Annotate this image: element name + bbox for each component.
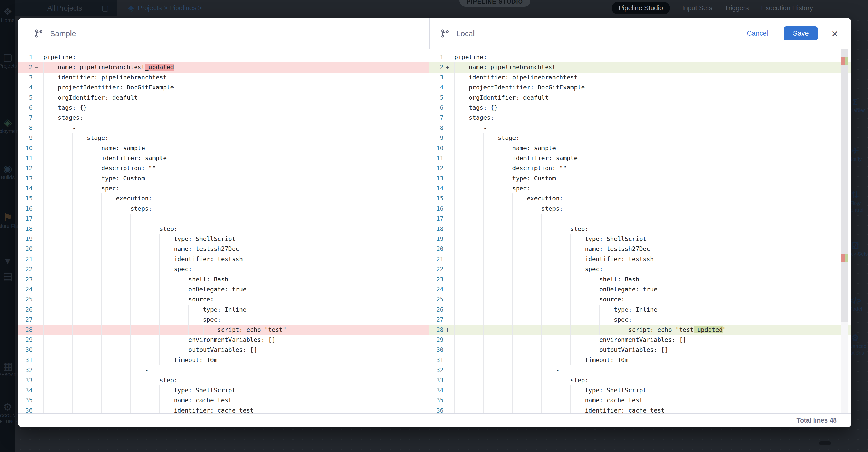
- line-content: step:: [40, 376, 429, 385]
- project-diamond-icon: ◈: [128, 4, 134, 12]
- code-line: 4projectIdentifier: DocGitExample: [429, 83, 851, 93]
- indent-guides: [43, 254, 174, 264]
- indent-guides: [43, 264, 174, 274]
- tab-execution-history[interactable]: Execution History: [761, 4, 813, 12]
- line-number: 11: [429, 153, 443, 163]
- indent-guides: [43, 244, 174, 254]
- code-line: 13type: Custom: [429, 173, 851, 184]
- code-line: 2+name: pipelinebranchtest: [429, 62, 851, 72]
- code-line: 31timeout: 10m: [429, 355, 851, 365]
- indent-guides: [43, 153, 101, 163]
- sidebar-item-dashboards[interactable]: ▦DASHBOARDS: [0, 360, 16, 378]
- line-number: 8: [18, 123, 33, 133]
- line-number: 23: [18, 275, 33, 284]
- sidebar-item-account[interactable]: ⚙ACCOUNT SETTINGS: [0, 401, 16, 425]
- indent-guides: [454, 214, 556, 224]
- line-number: 17: [18, 214, 33, 224]
- menu-grid-icon: ▤: [0, 270, 16, 282]
- line-number: 30: [18, 345, 33, 355]
- indent-guides: [454, 264, 585, 274]
- indent-guides: [43, 345, 188, 355]
- line-number: 4: [429, 83, 443, 93]
- line-content: source:: [451, 294, 851, 304]
- code-line: 17-: [429, 214, 851, 224]
- overview-ruler[interactable]: [841, 49, 848, 413]
- indent-guides: [454, 224, 570, 234]
- line-number: 9: [429, 133, 443, 143]
- tab-triggers[interactable]: Triggers: [725, 4, 749, 12]
- line-content: tags: {}: [40, 103, 429, 113]
- tab-pipeline-studio[interactable]: Pipeline Studio: [612, 2, 670, 14]
- indent-guides: [43, 224, 159, 234]
- diff-sign: [33, 173, 40, 184]
- line-content: execution:: [451, 193, 851, 203]
- code-line: 28−script: echo "test": [18, 325, 429, 335]
- sidebar-item-feature[interactable]: ⚑Feature Flags: [0, 212, 16, 229]
- line-number: 29: [18, 335, 33, 345]
- dashboards-icon: ▦: [0, 360, 16, 372]
- right-panel-header: Local Cancel Save ×: [429, 18, 851, 49]
- ruler-diff-marker: [841, 254, 848, 262]
- indent-guides: [43, 184, 101, 193]
- code-line: 34type: ShellScript: [18, 385, 429, 395]
- diff-sign: [443, 305, 451, 315]
- line-content: projectIdentifier: DocGitExample: [451, 83, 851, 93]
- indent-guides: [43, 83, 58, 93]
- breadcrumb[interactable]: ◈ Projects > Pipelines >: [128, 0, 202, 16]
- cancel-button[interactable]: Cancel: [745, 29, 770, 38]
- diff-sign: [443, 335, 451, 345]
- line-number: 31: [18, 355, 33, 365]
- line-content: shell: Bash: [40, 275, 429, 284]
- line-number: 27: [429, 315, 443, 325]
- line-number: 6: [18, 103, 33, 113]
- diff-sign: [443, 193, 451, 203]
- line-number: 2: [429, 62, 443, 72]
- diff-sign: −: [33, 62, 40, 72]
- line-number: 8: [429, 123, 443, 133]
- diff-sign: [33, 83, 40, 93]
- top-header-bar: All Projects ▢ ◈ Projects > Pipelines > …: [0, 0, 868, 16]
- save-button[interactable]: Save: [784, 26, 818, 40]
- code-line: 19type: ShellScript: [429, 234, 851, 244]
- line-content: spec:: [40, 264, 429, 274]
- code-line: 28+script: echo "test_updated": [429, 325, 851, 335]
- diff-sign: [443, 214, 451, 224]
- indent-guides: [43, 294, 188, 304]
- project-selector[interactable]: All Projects ▢: [16, 0, 117, 16]
- code-line: 35name: cache test: [429, 395, 851, 406]
- line-content: steps:: [40, 204, 429, 214]
- line-number: 18: [18, 224, 33, 234]
- line-number: 16: [18, 204, 33, 214]
- code-line: 13type: Custom: [18, 173, 429, 184]
- indent-guides: [454, 234, 585, 244]
- feature-flags-icon: ⚑: [0, 212, 16, 223]
- line-content: -: [40, 123, 429, 133]
- tab-input-sets[interactable]: Input Sets: [682, 4, 712, 12]
- sidebar-item-builds[interactable]: ◉Builds: [0, 163, 16, 181]
- settings-icon: ⚙: [0, 401, 16, 413]
- indent-guides: [43, 385, 174, 395]
- sidebar-item-home[interactable]: ❖Home: [0, 6, 16, 23]
- diff-sign: [33, 153, 40, 163]
- sidebar-item-projects[interactable]: ▢Projects: [0, 51, 16, 69]
- code-line: 9stage:: [429, 133, 851, 143]
- diff-sign: [33, 305, 40, 315]
- indent-guides: [454, 244, 585, 254]
- diff-sign: [33, 163, 40, 173]
- sidebar-item-deployments[interactable]: ◈Deployments: [0, 117, 16, 134]
- line-number: 19: [429, 234, 443, 244]
- diff-modal-header: Sample Local Cancel Save ×: [18, 18, 851, 49]
- diff-sign: [33, 376, 40, 385]
- indent-guides: [454, 123, 483, 133]
- sidebar-item-menu-grid-icon[interactable]: ▤: [0, 270, 16, 282]
- close-icon[interactable]: ×: [830, 27, 840, 40]
- code-line: 16steps:: [429, 204, 851, 214]
- code-line: 27spec:: [18, 315, 429, 325]
- sidebar-item-chevron-down-icon[interactable]: ▾: [0, 255, 16, 267]
- diff-sign: [33, 406, 40, 413]
- diff-sign: [443, 184, 451, 193]
- line-content: name: sample: [40, 143, 429, 153]
- line-content: identifier: pipelinebranchtest: [40, 72, 429, 83]
- canvas-zoom-handle[interactable]: [819, 442, 831, 445]
- diff-sign: [443, 284, 451, 294]
